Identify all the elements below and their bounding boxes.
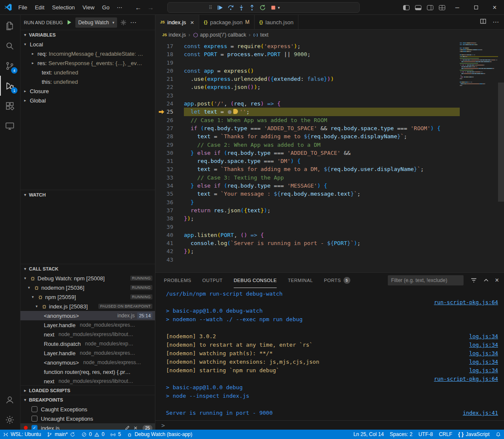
gutter-line[interactable]: 38: [155, 214, 184, 222]
panel-tab-ports[interactable]: PORTS5: [324, 273, 350, 288]
code-line[interactable]: return res.json({text});: [184, 206, 460, 214]
code-line[interactable]: [184, 223, 460, 231]
step-into-button[interactable]: [237, 3, 246, 12]
variable-row[interactable]: text:undefined: [20, 68, 155, 77]
source-link[interactable]: log.js:34: [469, 349, 498, 358]
panel-tab-terminal[interactable]: TERMINAL: [288, 273, 313, 288]
debug-session-row[interactable]: ▾npm [25059]RUNNING: [20, 292, 155, 302]
breadcrumb-item[interactable]: JSindex.js: [162, 32, 186, 38]
launch-config-dropdown[interactable]: Debug Watch ▾: [75, 17, 117, 28]
code-line[interactable]: .use(express.json());: [184, 83, 460, 91]
gutter-line[interactable]: 37: [155, 206, 184, 214]
gutter-line[interactable]: 34: [155, 182, 184, 190]
status-problems[interactable]: 00: [78, 430, 107, 439]
step-out-button[interactable]: [247, 3, 257, 12]
loaded-scripts-section-header[interactable]: ▸LOADED SCRIPTS: [20, 386, 155, 395]
forward-button[interactable]: →: [147, 4, 154, 11]
split-editor-icon[interactable]: [480, 18, 487, 26]
gutter-line[interactable]: 21: [155, 75, 184, 83]
gutter-line[interactable]: 17: [155, 42, 184, 50]
code-line[interactable]: console.log(`Server is running in port -…: [184, 239, 460, 247]
toggle-panel-button[interactable]: [412, 2, 424, 14]
activity-search[interactable]: [0, 36, 20, 56]
minimize-button[interactable]: ─: [448, 0, 467, 15]
status-indentation[interactable]: Spaces: 2: [387, 430, 415, 439]
code-line[interactable]: // Case 2: When App was added to a DM: [184, 141, 460, 149]
code-line[interactable]: text = `Thanks for adding me to a DM, ${…: [184, 165, 460, 173]
code-line[interactable]: } else if (req.body.type === 'ADDED_TO_S…: [184, 149, 460, 157]
stack-frame-row[interactable]: Layer.handlenode_modules/expres…: [20, 348, 155, 358]
maximize-button[interactable]: [467, 0, 485, 15]
back-button[interactable]: ←: [135, 4, 141, 11]
breakpoint-checkbox[interactable]: [32, 416, 37, 422]
status-eol[interactable]: CRLF: [436, 430, 455, 439]
stack-frame-row[interactable]: nextnode_modules/express/lib/rout…: [20, 376, 155, 385]
activity-explorer[interactable]: [0, 16, 20, 36]
start-debugging-button[interactable]: [66, 19, 72, 26]
tab-package-json[interactable]: {}package.jsonM: [199, 15, 255, 30]
source-link[interactable]: log.js:34: [469, 332, 498, 341]
gutter-line[interactable]: 30: [155, 149, 184, 157]
gutter-line[interactable]: 22: [155, 83, 184, 91]
editor-more-actions-button[interactable]: ⋯: [493, 18, 499, 26]
status-remote[interactable]: WSL: Ubuntu: [0, 430, 44, 439]
menu-overflow-button[interactable]: ⋯: [113, 4, 126, 11]
code-line[interactable]: const app = express(): [184, 67, 460, 75]
stack-frame-row[interactable]: Layer.handlenode_modules/expres…: [20, 320, 155, 330]
breakpoint-checkbox[interactable]: [32, 406, 37, 412]
continue-button[interactable]: [215, 3, 225, 12]
status-notifications[interactable]: [493, 430, 504, 439]
breakpoint-row[interactable]: Uncaught Exceptions: [20, 414, 155, 423]
code-line[interactable]: [184, 91, 460, 100]
gutter-line[interactable]: 20: [155, 67, 184, 75]
scope-row[interactable]: ▸Closure: [20, 86, 155, 96]
status-cursor-position[interactable]: Ln 25, Col 14: [350, 430, 387, 439]
status-encoding[interactable]: UTF-8: [415, 430, 436, 439]
breadcrumb-item[interactable]: app.post('/') callback: [193, 32, 246, 38]
gutter-line[interactable]: 25: [155, 108, 184, 116]
code-line[interactable]: });: [184, 247, 460, 255]
gutter-line[interactable]: 24: [155, 100, 184, 108]
gutter-line[interactable]: 23: [155, 91, 184, 100]
editor-scrollbar[interactable]: [498, 83, 504, 202]
breadcrumb-item[interactable]: text: [253, 32, 268, 38]
gutter-line[interactable]: 32: [155, 165, 184, 173]
code-line[interactable]: if (req.body.type === 'ADDED_TO_SPACE' &…: [184, 124, 460, 132]
console-prompt[interactable]: >: [155, 420, 504, 430]
code-line[interactable]: [184, 256, 460, 264]
breakpoint-checkbox[interactable]: ✓: [32, 425, 37, 430]
variable-row[interactable]: ▸req:IncomingMessage {_readableState: …: [20, 49, 155, 58]
panel-tab-output[interactable]: OUTPUT: [202, 273, 223, 288]
breakpoints-section-header[interactable]: ▾BREAKPOINTS: [20, 395, 155, 405]
gutter-line[interactable]: 41: [155, 239, 184, 247]
source-link[interactable]: index.js:41: [463, 409, 498, 417]
status-debug-session[interactable]: Debug Watch (basic-app): [124, 430, 195, 439]
stack-frame-row[interactable]: <anonymous>node_modules/express…: [20, 358, 155, 367]
stack-frame-row[interactable]: Route.dispatchnode_modules/exp…: [20, 339, 155, 348]
gutter-line[interactable]: 29: [155, 141, 184, 149]
tab-launch-json[interactable]: {}launch.json: [255, 15, 298, 30]
command-center[interactable]: ⠿▾: [167, 2, 360, 13]
source-link[interactable]: log.js:34: [469, 358, 498, 366]
gutter-line[interactable]: 36: [155, 198, 184, 206]
status-git-branch[interactable]: main*: [44, 430, 78, 439]
gutter-line[interactable]: 40: [155, 231, 184, 239]
breakpoint-row[interactable]: Caught Exceptions: [20, 405, 155, 414]
gutter-line[interactable]: 35: [155, 190, 184, 198]
debug-gear-icon[interactable]: [120, 19, 127, 26]
restart-button[interactable]: [258, 3, 267, 12]
watch-section-header[interactable]: ▾WATCH: [20, 190, 155, 200]
console-filter-input[interactable]: [388, 275, 464, 285]
code-line[interactable]: [184, 59, 460, 67]
debug-session-row[interactable]: ▾nodemon [25036]RUNNING: [20, 283, 155, 292]
code-line[interactable]: }: [184, 198, 460, 206]
menu-selection[interactable]: Selection: [48, 4, 78, 11]
code-line[interactable]: // Case 1: When App was added to the ROO…: [184, 116, 460, 124]
code-line[interactable]: text = `Your message : ${req.body.messag…: [184, 190, 460, 198]
activity-settings[interactable]: [0, 410, 20, 430]
menu-go[interactable]: Go: [98, 4, 113, 11]
toggle-secondary-sidebar-button[interactable]: [424, 2, 436, 14]
toggle-primary-sidebar-button[interactable]: [400, 2, 412, 14]
code-line[interactable]: app.post('/', (req, res) => {: [184, 100, 460, 108]
scope-row[interactable]: ▾Local: [20, 40, 155, 49]
